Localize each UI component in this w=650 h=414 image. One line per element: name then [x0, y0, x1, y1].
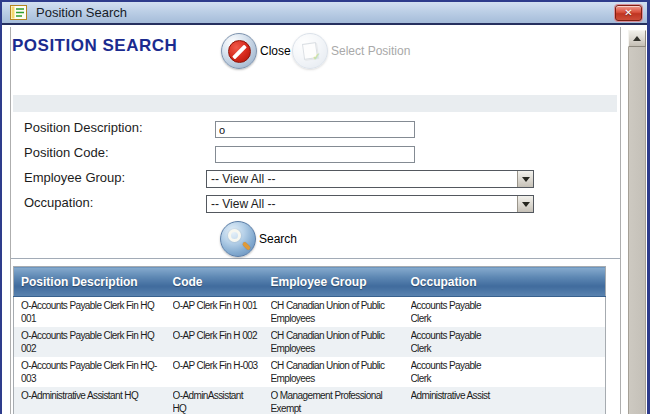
employee-group-value: -- View All -- — [207, 172, 517, 186]
chevron-down-icon[interactable] — [517, 196, 533, 212]
cell-code: O-AdminAssistantHQ — [173, 389, 262, 414]
check-icon: ✔ — [312, 51, 322, 63]
page-title: POSITION SEARCH — [12, 36, 177, 56]
cell-occupation: Accounts PayableClerk — [411, 329, 604, 355]
cell-position-description: O-Administrative Assistant HQ — [21, 389, 164, 402]
x-icon: ✕ — [624, 8, 632, 18]
close-button[interactable]: Close — [221, 33, 291, 69]
cell-code: O-AP Clerk Fin H-003 — [173, 359, 262, 372]
scroll-up-button[interactable] — [628, 30, 646, 47]
table-row[interactable]: O-Accounts Payable Clerk Fin HQ001 O-AP … — [14, 297, 606, 327]
cell-code: O-AP Clerk Fin H 001 — [173, 299, 262, 312]
col-header-code[interactable]: Code — [166, 267, 264, 297]
cell-employee-group: O Management ProfessionalExempt — [271, 389, 402, 414]
close-button-label: Close — [260, 44, 291, 58]
triangle-up-icon — [633, 36, 641, 41]
table-row[interactable]: O-Administrative Assistant HQ O-AdminAss… — [14, 387, 606, 414]
scrollbar-track[interactable] — [628, 47, 646, 414]
position-search-window: Position Search ✕ POSITION SEARCH Close … — [0, 0, 650, 414]
vertical-scrollbar[interactable] — [628, 30, 646, 414]
employee-group-label: Employee Group: — [24, 170, 125, 185]
position-description-input[interactable] — [215, 121, 415, 138]
cell-occupation: Administrative Assist — [411, 389, 604, 402]
results-table: Position Description Code Employee Group… — [13, 266, 606, 414]
position-code-input[interactable] — [215, 146, 415, 163]
col-header-employee-group[interactable]: Employee Group — [264, 267, 404, 297]
search-button[interactable]: Search — [220, 221, 297, 257]
cell-code: O-AP Clerk Fin H 002 — [173, 329, 262, 342]
magnifier-icon — [220, 221, 256, 257]
occupation-value: -- View All -- — [207, 197, 517, 211]
form-icon — [10, 5, 27, 20]
cell-position-description: O-Accounts Payable Clerk Fin HQ001 — [21, 299, 164, 325]
page-check-icon: ✔ — [292, 33, 328, 69]
section-divider — [11, 258, 620, 259]
window-border-left — [0, 0, 2, 414]
col-header-position-description[interactable]: Position Description — [14, 267, 166, 297]
table-row[interactable]: O-Accounts Payable Clerk Fin HQ-003 O-AP… — [14, 357, 606, 387]
occupation-select[interactable]: -- View All -- — [206, 195, 534, 213]
window-close-button[interactable]: ✕ — [615, 5, 642, 21]
select-position-button[interactable]: ✔ Select Position — [292, 33, 410, 69]
no-entry-icon — [221, 33, 257, 69]
window-border-top — [0, 0, 650, 2]
cell-position-description: O-Accounts Payable Clerk Fin HQ-003 — [21, 359, 164, 385]
cell-employee-group: CH Canadian Union of PublicEmployees — [271, 329, 402, 355]
cell-employee-group: CH Canadian Union of PublicEmployees — [271, 359, 402, 385]
position-description-label: Position Description: — [24, 120, 143, 135]
table-row[interactable]: O-Accounts Payable Clerk Fin HQ002 O-AP … — [14, 327, 606, 357]
divider-band — [13, 95, 617, 112]
cell-employee-group: CH Canadian Union of PublicEmployees — [271, 299, 402, 325]
employee-group-select[interactable]: -- View All -- — [206, 170, 534, 188]
cell-occupation: Accounts PayableClerk — [411, 299, 604, 325]
col-header-occupation[interactable]: Occupation — [404, 267, 606, 297]
select-position-button-label: Select Position — [331, 44, 410, 58]
window-title: Position Search — [36, 5, 127, 20]
chevron-down-icon[interactable] — [517, 171, 533, 187]
titlebar[interactable]: Position Search ✕ — [2, 2, 647, 25]
cell-position-description: O-Accounts Payable Clerk Fin HQ002 — [21, 329, 164, 355]
occupation-label: Occupation: — [24, 195, 93, 210]
cell-occupation: Accounts PayableClerk — [411, 359, 604, 385]
search-button-label: Search — [259, 232, 297, 246]
position-code-label: Position Code: — [24, 145, 109, 160]
table-header-row: Position Description Code Employee Group… — [14, 267, 606, 297]
